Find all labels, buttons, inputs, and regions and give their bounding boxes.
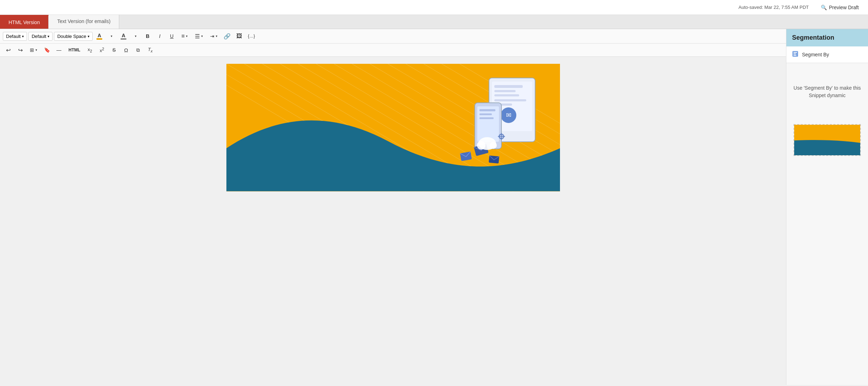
table-button[interactable]: ⊞ ▾ — [27, 46, 40, 54]
svg-text:✉: ✉ — [506, 112, 511, 119]
font-size-value: Default — [32, 34, 46, 39]
indent-button[interactable]: ⇥ ▾ — [207, 32, 220, 40]
tab-html[interactable]: HTML Version — [0, 15, 49, 29]
top-bar: Auto-saved: Mar 22, 7:55 AM PDT 🔍 Previe… — [0, 0, 868, 15]
image-icon: 🖼 — [236, 33, 242, 39]
strikethrough-button[interactable]: S — [109, 45, 119, 55]
svg-rect-21 — [494, 99, 526, 101]
code-icon: {…} — [248, 34, 255, 39]
svg-rect-42 — [793, 54, 796, 54]
segment-by-label: Segment By — [802, 52, 829, 57]
font-color-button[interactable]: A — [94, 31, 105, 41]
tabs-row: HTML Version Text Version (for emails) — [0, 15, 868, 29]
segment-by-row[interactable]: Segment By — [786, 46, 868, 63]
superscript-icon: x2 — [100, 47, 104, 53]
svg-rect-26 — [477, 106, 499, 142]
omega-icon: Ω — [124, 47, 128, 53]
align-button[interactable]: ≡ ▾ — [178, 32, 191, 41]
bookmark-icon: 🔖 — [44, 47, 50, 53]
thumb-blue-wave — [794, 140, 860, 155]
svg-rect-43 — [793, 55, 796, 56]
segmentation-header: Segmentation — [786, 29, 868, 46]
right-panel: Segmentation Segment By Use 'Segment By'… — [786, 29, 868, 385]
superscript-button[interactable]: x2 — [97, 45, 107, 55]
autosave-text: Auto-saved: Mar 22, 7:55 AM PDT — [738, 5, 809, 10]
segment-hint: Use 'Segment By' to make this Snippet dy… — [786, 63, 868, 121]
clear-format-icon: Tx — [148, 47, 153, 53]
clear-format-button[interactable]: Tx — [145, 45, 155, 55]
editor-content: ✉ — [226, 64, 560, 191]
strikethrough-icon: S — [112, 47, 116, 53]
tab-text[interactable]: Text Version (for emails) — [49, 15, 119, 29]
font-color-dropdown-btn[interactable]: ▾ — [106, 31, 117, 41]
font-size-dropdown[interactable]: Default — [28, 32, 53, 41]
font-family-value: Default — [6, 34, 21, 39]
svg-rect-20 — [494, 94, 519, 96]
editor-area: Default Default Double Space A ▾ A ▾ — [0, 29, 786, 385]
link-icon: 🔗 — [224, 33, 231, 40]
font-family-dropdown[interactable]: Default — [3, 32, 27, 41]
banner-image: ✉ — [226, 64, 560, 191]
image-button[interactable]: 🖼 — [234, 31, 245, 41]
list-chevron: ▾ — [201, 34, 203, 38]
find-icon: ⧉ — [136, 47, 140, 53]
toolbar1: Default Default Double Space A ▾ A ▾ — [0, 29, 786, 44]
undo-button[interactable]: ↩ — [3, 45, 13, 55]
omega-button[interactable]: Ω — [121, 45, 131, 55]
italic-button[interactable]: I — [154, 31, 165, 41]
font-color-letter: A — [98, 33, 101, 38]
html-label: HTML — [68, 47, 80, 52]
svg-rect-19 — [494, 90, 516, 92]
align-icon: ≡ — [181, 33, 185, 39]
subscript-icon: x2 — [88, 47, 92, 53]
hr-icon: — — [56, 47, 61, 53]
svg-rect-18 — [494, 85, 523, 88]
svg-rect-29 — [479, 117, 494, 119]
link-button[interactable]: 🔗 — [222, 31, 232, 41]
segment-by-icon — [792, 51, 798, 58]
email-illustration-svg: ✉ — [454, 74, 539, 174]
table-icon: ⊞ — [30, 47, 34, 53]
font-highlight-dropdown-btn[interactable]: ▾ — [130, 31, 141, 41]
code-button[interactable]: {…} — [246, 31, 257, 41]
indent-icon: ⇥ — [210, 33, 214, 39]
font-highlight-button[interactable]: A — [118, 31, 129, 41]
hr-button[interactable]: — — [54, 45, 64, 55]
bold-button[interactable]: B — [142, 31, 153, 41]
svg-point-34 — [477, 141, 485, 150]
line-spacing-value: Double Space — [57, 34, 86, 39]
list-icon: ☰ — [195, 33, 200, 40]
undo-icon: ↩ — [6, 47, 11, 54]
font-highlight-letter: A — [122, 33, 125, 38]
html-button[interactable]: HTML — [66, 46, 83, 54]
line-spacing-dropdown[interactable]: Double Space — [54, 32, 93, 41]
main-layout: Default Default Double Space A ▾ A ▾ — [0, 29, 868, 385]
list-button[interactable]: ☰ ▾ — [192, 32, 206, 41]
svg-rect-27 — [479, 109, 495, 111]
align-chevron: ▾ — [186, 34, 188, 38]
font-highlight-bar — [121, 38, 126, 40]
svg-rect-28 — [479, 113, 492, 115]
preview-draft-button[interactable]: 🔍 Preview Draft — [817, 2, 862, 12]
bookmark-button[interactable]: 🔖 — [42, 45, 52, 55]
font-color-bar — [97, 38, 102, 40]
toolbar2: ↩ ↪ ⊞ ▾ 🔖 — HTML — [0, 44, 786, 57]
editor-canvas[interactable]: ✉ — [0, 57, 786, 385]
table-chevron: ▾ — [35, 48, 37, 52]
subscript-button[interactable]: x2 — [84, 45, 95, 55]
underline-button[interactable]: U — [166, 31, 177, 41]
svg-rect-41 — [793, 52, 797, 53]
bottom-thumbnail — [793, 124, 861, 156]
redo-button[interactable]: ↪ — [15, 45, 26, 55]
preview-draft-label: Preview Draft — [829, 5, 859, 10]
find-button[interactable]: ⧉ — [133, 45, 143, 55]
indent-chevron: ▾ — [216, 34, 218, 38]
search-icon: 🔍 — [821, 5, 827, 10]
redo-icon: ↪ — [18, 47, 23, 54]
svg-point-35 — [490, 142, 497, 149]
